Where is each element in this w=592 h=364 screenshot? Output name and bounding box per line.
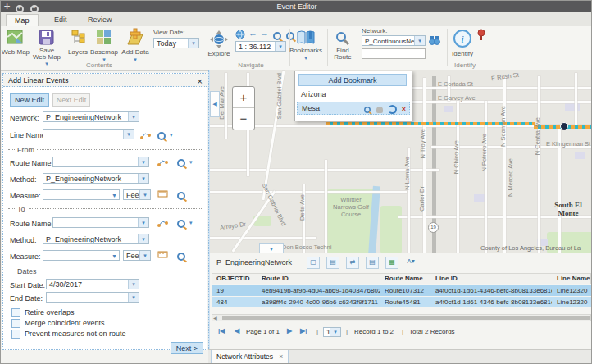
explore-icon[interactable] <box>209 30 229 49</box>
sort-icon[interactable]: A▾ <box>405 257 417 267</box>
route-point-marker[interactable] <box>560 122 568 130</box>
from-unit-select[interactable]: Feet▾ <box>123 189 151 200</box>
previous-page-icon[interactable]: ◀ <box>235 327 239 334</box>
bookmarks-icon[interactable] <box>296 30 316 46</box>
measure-ruler-icon[interactable] <box>157 189 168 199</box>
collapse-left-panel-handle[interactable]: ◀ <box>210 91 220 117</box>
col-line-name[interactable]: Line Name <box>552 273 591 284</box>
cell[interactable]: Line12320 <box>552 285 591 297</box>
next-page-icon[interactable]: ▶ <box>287 327 292 334</box>
network-select[interactable]: P_ContinuousNetwork ▾ <box>362 35 426 46</box>
add-data-icon[interactable] <box>125 28 145 46</box>
zoom-to-measure-icon[interactable] <box>177 191 185 200</box>
tab-review[interactable]: Review <box>80 14 121 25</box>
last-page-icon[interactable]: ▶| <box>300 327 307 334</box>
save-web-map-icon[interactable] <box>39 30 55 46</box>
pin-icon[interactable] <box>476 29 486 40</box>
merge-coincident-checkbox[interactable] <box>11 319 20 328</box>
dropdown-arrow-icon[interactable]: ▾ <box>123 130 134 139</box>
scroll-left-icon[interactable]: ◀ <box>213 315 217 321</box>
cell[interactable]: 4eb9419b-af9b-4d04-ab69-1d403476802b <box>257 285 380 297</box>
end-date-field[interactable]: ▾ <box>46 292 139 303</box>
dropdown-arrow-icon[interactable]: ▾ <box>275 42 285 51</box>
binoculars-icon[interactable] <box>429 35 440 45</box>
basemap-label[interactable]: Basemap <box>89 49 119 56</box>
dropdown-arrow-icon[interactable]: ▾ <box>138 218 148 227</box>
collapse-bottom-panel-handle[interactable]: ▼ <box>259 243 284 253</box>
refresh-table-icon[interactable]: ▦ <box>385 257 398 269</box>
select-features-icon[interactable]: ▢ <box>307 257 320 269</box>
first-page-icon[interactable]: |◀ <box>218 327 225 334</box>
cell[interactable]: Route107312 <box>380 285 430 297</box>
panel-header[interactable]: Add Linear Events × <box>3 74 207 87</box>
next-edit-button[interactable]: Next Edit <box>52 93 90 107</box>
from-measure-field[interactable]: ▼ <box>43 189 120 200</box>
new-edit-button[interactable]: New Edit <box>10 93 49 107</box>
cell[interactable]: Route45481 <box>380 297 430 308</box>
dropdown-arrow-icon[interactable]: ▾ <box>414 36 425 45</box>
dropdown-arrow-icon[interactable]: ▾ <box>188 39 198 48</box>
basemap-icon[interactable] <box>96 30 112 46</box>
cell[interactable]: a398ff4c-2940-4c00-96b6-c6343f9f1711 <box>257 297 380 308</box>
measure-ruler-icon[interactable] <box>157 249 168 260</box>
add-bookmark-button[interactable]: Add Bookmark <box>298 74 407 86</box>
tab-network-attributes[interactable]: Network Attributes × <box>211 350 289 364</box>
col-route-name[interactable]: Route Name <box>380 273 430 284</box>
full-extent-icon[interactable] <box>235 30 245 39</box>
dropdown-arrow-icon[interactable]: ▾ <box>128 280 139 289</box>
zoom-menu-icon[interactable]: ▾ <box>170 132 173 138</box>
find-route-label[interactable]: Find Route <box>327 48 358 61</box>
page-select[interactable]: 1 ▾ <box>323 327 341 337</box>
dropdown-arrow-icon[interactable]: ▾ <box>139 190 150 199</box>
combo-arrow-icon[interactable]: ▼ <box>112 253 117 259</box>
dropdown-arrow-icon[interactable]: ▾ <box>138 174 148 183</box>
find-route-icon[interactable] <box>335 31 350 46</box>
dropdown-arrow-icon[interactable]: ▾ <box>128 293 139 302</box>
map-zoom-in-button[interactable]: + <box>233 87 254 108</box>
zoom-to-bookmark-icon[interactable] <box>364 107 371 113</box>
network-field[interactable]: P_EngineeringNetwork▾ <box>43 111 139 122</box>
identify-icon[interactable]: i <box>453 30 471 48</box>
route-input[interactable] <box>362 48 426 59</box>
switch-selection-icon[interactable]: ⇄ <box>346 257 359 269</box>
select-line-on-map-icon[interactable] <box>140 129 151 139</box>
col-objectid[interactable]: OBJECTID <box>212 273 257 284</box>
dropdown-arrow-icon[interactable]: ▾ <box>330 328 340 336</box>
map-canvas[interactable]: E Cortada St E Garvey Ave E Rush St N Tr… <box>210 70 592 253</box>
open-table-icon[interactable]: ▤ <box>326 257 339 269</box>
close-tab-icon[interactable]: × <box>279 353 283 361</box>
horizontal-scrollbar[interactable]: ◀ <box>212 314 591 321</box>
add-data-label[interactable]: Add Data <box>121 49 150 56</box>
map-zoom-out-button[interactable]: − <box>233 108 254 130</box>
col-line-id[interactable]: Line ID <box>430 273 552 284</box>
web-map-label[interactable]: Web Map <box>1 49 30 56</box>
to-route-name-field[interactable]: ▾ <box>52 217 149 228</box>
cell[interactable]: a4f0cf1d-1d61-4346-befc-8b08133e681e <box>430 297 552 308</box>
tab-map[interactable]: Map <box>6 14 39 27</box>
close-icon[interactable]: × <box>193 75 203 88</box>
delete-bookmark-icon[interactable]: × <box>402 106 406 113</box>
identify-label[interactable]: Identify <box>447 51 478 57</box>
zoom-menu-icon[interactable]: ▾ <box>189 220 193 225</box>
to-measure-field[interactable]: ▼ <box>43 250 120 261</box>
to-method-field[interactable]: P_EngineeringNetwork▾ <box>43 234 149 244</box>
next-extent-icon[interactable]: → <box>260 28 269 38</box>
view-date-select[interactable]: Today ▾ <box>153 38 199 48</box>
zoom-in-map-icon[interactable] <box>273 31 281 40</box>
zoom-to-route-icon[interactable] <box>177 219 185 228</box>
dropdown-arrow-icon[interactable]: ▾ <box>138 234 148 243</box>
from-route-name-field[interactable]: ▾ <box>52 157 149 167</box>
zoom-to-route-icon[interactable] <box>177 158 185 167</box>
select-route-on-map-icon[interactable] <box>157 156 168 166</box>
zoom-menu-icon[interactable]: ▾ <box>189 159 193 165</box>
combo-arrow-icon[interactable]: ▼ <box>112 193 117 198</box>
next-button[interactable]: Next > <box>171 342 203 354</box>
cell[interactable]: 484 <box>212 297 257 308</box>
layers-icon[interactable] <box>70 30 86 46</box>
scale-select[interactable]: 1 : 36.112 ▾ <box>235 41 286 52</box>
to-unit-select[interactable]: Feet▾ <box>123 250 151 261</box>
tab-edit[interactable]: Edit <box>46 14 75 25</box>
prevent-measures-checkbox[interactable] <box>11 330 20 339</box>
zoom-out-map-icon[interactable] <box>286 31 294 40</box>
zoom-to-measure-icon[interactable] <box>177 252 185 261</box>
